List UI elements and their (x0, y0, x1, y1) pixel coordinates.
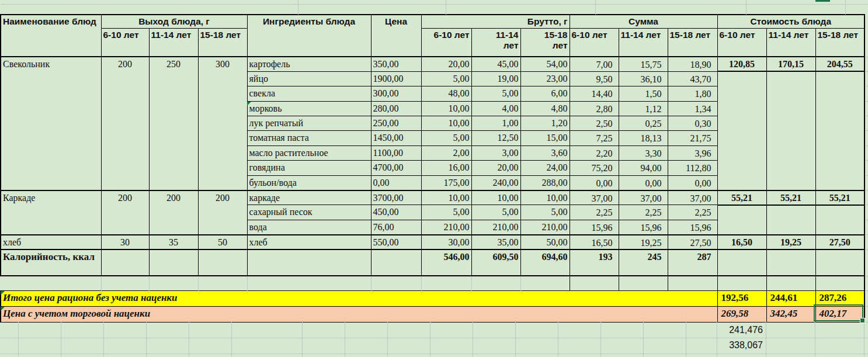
dish-name-cell[interactable]: Свекольник (1, 57, 101, 190)
ingredient-name-cell[interactable]: сахарный песок (247, 205, 371, 220)
sum-cell[interactable]: 15,75 (619, 57, 668, 71)
empty-cell[interactable] (570, 276, 619, 290)
outside-cell[interactable] (864, 15, 868, 57)
empty-cell[interactable] (520, 338, 570, 353)
gross-cell[interactable]: 4,00 (471, 101, 520, 116)
gross-cell[interactable]: 5,00 (421, 205, 471, 220)
ingredient-name-cell[interactable]: картофель (247, 57, 371, 71)
cost-cell[interactable]: 55,21 (815, 190, 864, 205)
empty-cell[interactable] (149, 322, 198, 338)
gross-cell[interactable]: 5,00 (471, 205, 520, 220)
empty-cell[interactable] (766, 276, 815, 290)
total-no-markup-value[interactable]: 192,56 (717, 290, 766, 306)
cost-merged-cell[interactable] (717, 71, 766, 190)
calories-gross-cell[interactable]: 546,00 (421, 249, 471, 276)
total-with-markup-label[interactable]: Цена с учетом торговой наценки (1, 306, 717, 322)
gross-cell[interactable]: 288,00 (520, 175, 570, 190)
outside-cell[interactable] (864, 220, 868, 234)
output-cell[interactable]: 200 (149, 190, 198, 235)
ingredient-name-cell[interactable]: лук репчатый (247, 116, 371, 131)
outside-cell[interactable] (864, 131, 868, 145)
sum-cell[interactable]: 15,96 (619, 220, 668, 234)
empty-cell[interactable] (198, 338, 247, 353)
sum-cell[interactable]: 2,25 (619, 205, 668, 220)
price-cell[interactable]: 550,00 (371, 235, 421, 249)
gross-cell[interactable]: 1,20 (520, 116, 570, 131)
gross-cell[interactable]: 5,00 (471, 86, 520, 101)
calories-gross-cell[interactable]: 694,60 (520, 249, 570, 276)
header-output-group[interactable]: Выход блюда, г (101, 15, 247, 28)
sum-cell[interactable]: 18,13 (619, 131, 668, 145)
sum-cell[interactable]: 37,00 (668, 190, 717, 205)
footer-value-cell[interactable]: 241,476 (717, 322, 766, 338)
gross-cell[interactable]: 210,00 (471, 220, 520, 234)
price-cell[interactable]: 4700,00 (371, 161, 421, 175)
fill-handle[interactable] (860, 318, 865, 323)
cost-merged-cell[interactable] (815, 71, 864, 190)
gross-cell[interactable]: 5,00 (421, 71, 471, 86)
header-age-gross-3[interactable]: 15-18 лет (520, 28, 570, 57)
sum-cell[interactable]: 0,00 (619, 175, 668, 190)
cost-cell[interactable]: 55,21 (717, 190, 766, 205)
empty-cell[interactable] (101, 276, 149, 290)
gross-cell[interactable]: 3,00 (471, 145, 520, 160)
sum-cell[interactable]: 21,75 (668, 131, 717, 145)
gross-cell[interactable]: 1,00 (471, 116, 520, 131)
outside-cell[interactable] (864, 116, 868, 131)
total-no-markup-value[interactable]: 244,61 (766, 290, 815, 306)
output-cell[interactable]: 200 (101, 57, 149, 190)
header-price[interactable]: Цена (371, 15, 421, 57)
calories-sum-cell[interactable]: 193 (570, 249, 619, 276)
empty-cell[interactable] (766, 249, 815, 276)
cost-merged-cell[interactable] (815, 205, 864, 235)
empty-cell[interactable] (247, 249, 371, 276)
outside-cell[interactable] (864, 71, 868, 86)
gross-cell[interactable]: 16,00 (421, 161, 471, 175)
header-age-cost-1[interactable]: 6-10 лет (717, 28, 766, 57)
sum-cell[interactable]: 43,70 (668, 71, 717, 86)
header-age-output-1[interactable]: 6-10 лет (101, 28, 149, 57)
calories-sum-cell[interactable]: 287 (668, 249, 717, 276)
header-age-gross-2[interactable]: 11-14 лет (471, 28, 520, 57)
outside-cell[interactable] (864, 235, 868, 249)
empty-cell[interactable] (421, 338, 471, 353)
header-cost-group[interactable]: Стоимость блюда (717, 15, 864, 28)
gross-cell[interactable]: 15,00 (520, 131, 570, 145)
header-sum-group[interactable]: Сумма (570, 15, 717, 28)
header-dish-name[interactable]: Наименование блюд (1, 15, 101, 57)
output-cell[interactable]: 250 (149, 57, 198, 190)
calories-gross-cell[interactable]: 609,50 (471, 249, 520, 276)
output-cell[interactable]: 50 (198, 235, 247, 249)
outside-cell[interactable] (864, 161, 868, 175)
sum-cell[interactable]: 3,96 (668, 145, 717, 160)
empty-cell[interactable] (1, 338, 101, 353)
empty-cell[interactable] (149, 249, 198, 276)
price-cell[interactable]: 1900,00 (371, 71, 421, 86)
outside-cell[interactable] (864, 276, 868, 290)
sum-cell[interactable]: 2,20 (570, 145, 619, 160)
empty-cell[interactable] (668, 276, 717, 290)
outside-cell[interactable] (864, 338, 868, 353)
empty-cell[interactable] (815, 322, 864, 338)
gross-cell[interactable]: 10,00 (421, 116, 471, 131)
empty-cell[interactable] (198, 249, 247, 276)
empty-cell[interactable] (668, 338, 717, 353)
output-cell[interactable]: 300 (198, 57, 247, 190)
ingredient-name-cell[interactable]: каркаде (247, 190, 371, 205)
sum-cell[interactable]: 15,96 (570, 220, 619, 234)
empty-cell[interactable] (101, 249, 149, 276)
output-cell[interactable]: 200 (198, 190, 247, 235)
sum-cell[interactable]: 2,80 (570, 101, 619, 116)
empty-cell[interactable] (815, 276, 864, 290)
empty-cell[interactable] (198, 322, 247, 338)
empty-cell[interactable] (570, 338, 619, 353)
sum-cell[interactable]: 0,00 (570, 175, 619, 190)
gross-cell[interactable]: 24,00 (520, 161, 570, 175)
gross-cell[interactable]: 2,00 (421, 145, 471, 160)
cost-merged-cell[interactable] (766, 205, 815, 235)
sum-cell[interactable]: 9,50 (570, 71, 619, 86)
gross-cell[interactable]: 10,00 (520, 190, 570, 205)
gross-cell[interactable]: 20,00 (421, 57, 471, 71)
gross-cell[interactable]: 12,50 (471, 131, 520, 145)
gross-cell[interactable]: 210,00 (421, 220, 471, 234)
